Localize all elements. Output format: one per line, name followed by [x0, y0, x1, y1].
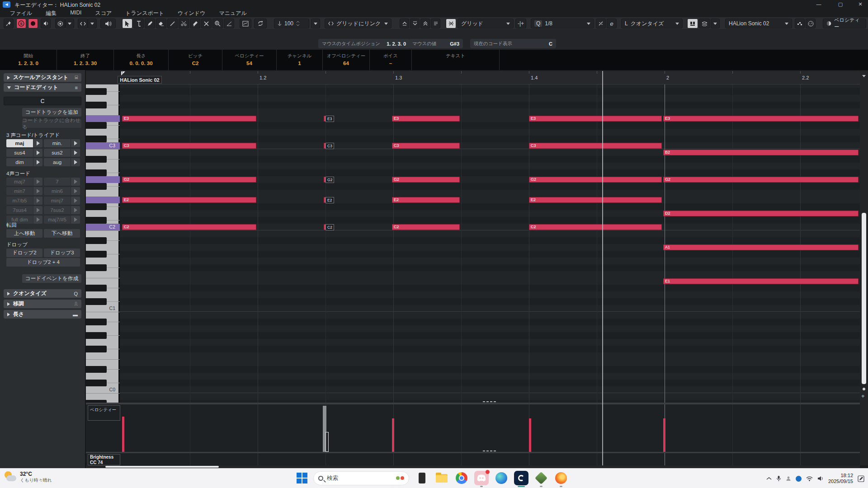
- midi-note-G2[interactable]: G2: [392, 177, 460, 183]
- chord-type-aug-variant-arrow[interactable]: [71, 158, 80, 166]
- taskbar-app-edge[interactable]: [494, 471, 509, 485]
- black-key[interactable]: [86, 169, 107, 176]
- tool-select[interactable]: [122, 19, 132, 28]
- iterative-quantize-button[interactable]: [596, 19, 606, 28]
- black-key[interactable]: [86, 285, 107, 291]
- menu-item-ファイル[interactable]: ファイル: [5, 9, 38, 17]
- length-quantize-value[interactable]: クオンタイズ: [631, 20, 664, 28]
- midi-note-B2[interactable]: B2: [663, 150, 859, 155]
- black-key[interactable]: [86, 251, 107, 258]
- record-in-editor-button[interactable]: [28, 19, 38, 28]
- vertical-scrollbar-thumb[interactable]: [862, 213, 866, 384]
- taskbar-app-cubase[interactable]: [514, 471, 528, 485]
- chord-highlight-key[interactable]: [86, 115, 120, 122]
- menu-item-編集[interactable]: 編集: [40, 9, 62, 17]
- chord-type-7[interactable]: 7: [44, 178, 71, 186]
- event-colors-value[interactable]: ベロシティー: [834, 17, 863, 30]
- taskbar-app-green[interactable]: [534, 471, 548, 485]
- minimize-button[interactable]: —: [812, 0, 826, 8]
- quantize-panel-button[interactable]: e: [607, 19, 617, 28]
- short-note-label-E2[interactable]: E2: [326, 197, 334, 203]
- midi-note-G2[interactable]: G2: [663, 177, 859, 183]
- user-icon[interactable]: [786, 476, 791, 481]
- tool-mute[interactable]: [201, 19, 212, 28]
- weather-widget[interactable]: 32°C くもり時々晴れ: [4, 470, 52, 484]
- part-editing-mode-button[interactable]: [806, 19, 816, 28]
- black-key[interactable]: [86, 203, 107, 210]
- black-key[interactable]: [86, 332, 107, 339]
- chord-type-full dim-variant-arrow[interactable]: [33, 216, 42, 224]
- transpose-section-header[interactable]: 移調 ⎍: [4, 300, 81, 308]
- taskbar-app-explorer[interactable]: [434, 471, 449, 485]
- speaker-icon[interactable]: [817, 476, 824, 481]
- match-chord-track-button[interactable]: コードトラックに合わせる: [22, 119, 81, 128]
- black-key[interactable]: [86, 346, 107, 352]
- menu-item-マニュアル[interactable]: マニュアル: [213, 9, 252, 17]
- chord-type-min.-variant-arrow[interactable]: [71, 139, 80, 147]
- insert-velocity-dropdown[interactable]: [311, 19, 320, 28]
- microphone-icon[interactable]: [776, 475, 781, 482]
- chord-type-min7[interactable]: min7: [6, 187, 33, 195]
- chord-edit-header[interactable]: コードエディット ≡: [4, 83, 81, 92]
- velocity-bar[interactable]: [663, 418, 665, 452]
- insert-velocity-group[interactable]: 100: [274, 19, 309, 28]
- black-key[interactable]: [86, 183, 107, 190]
- info-field-終了[interactable]: 終了1. 2. 3. 30: [57, 50, 114, 70]
- search-box[interactable]: 検索: [313, 471, 409, 485]
- zoom-handle-dot[interactable]: [863, 388, 865, 390]
- snap-toggle-button[interactable]: [446, 19, 456, 28]
- taskbar-app-phone-link[interactable]: [415, 471, 429, 485]
- chord-type-sus2[interactable]: sus2: [44, 149, 71, 157]
- teams-icon[interactable]: [796, 476, 802, 482]
- pitch-visibility-button[interactable]: [55, 19, 65, 28]
- black-key[interactable]: [86, 237, 107, 244]
- chord-type-min6[interactable]: min6: [44, 187, 71, 195]
- chord-type-sus2-variant-arrow[interactable]: [71, 149, 80, 157]
- solo-button[interactable]: S: [16, 19, 26, 28]
- chord-type-m7/b5-variant-arrow[interactable]: [33, 197, 42, 205]
- velocity-bar[interactable]: [392, 418, 394, 452]
- chord-type-minj7[interactable]: minj7: [44, 197, 71, 205]
- midi-note-D2[interactable]: D2: [663, 211, 859, 216]
- tool-draw[interactable]: [145, 19, 155, 28]
- info-field-開始[interactable]: 開始1. 2. 3. 0: [0, 50, 57, 70]
- black-key[interactable]: [86, 400, 107, 403]
- chord-type-min7-variant-arrow[interactable]: [33, 187, 42, 195]
- midi-note-E3[interactable]: E3: [529, 116, 662, 122]
- black-key[interactable]: [86, 136, 107, 142]
- notification-pen-icon[interactable]: [858, 475, 864, 482]
- midi-note-C3[interactable]: C3: [529, 143, 662, 149]
- midi-input-button[interactable]: [699, 19, 710, 28]
- tool-slash[interactable]: [167, 19, 178, 28]
- chord-type-maj-variant-arrow[interactable]: [33, 139, 42, 147]
- taskbar-clock[interactable]: 18:12 2025/09/15: [828, 473, 853, 484]
- midi-note-E2[interactable]: E2: [122, 197, 256, 203]
- pitch-visibility-dropdown[interactable]: [65, 19, 74, 28]
- velocity-lane[interactable]: ベロシティー: [86, 404, 860, 452]
- chord-type-dim[interactable]: dim: [6, 158, 33, 166]
- midi-note-E3[interactable]: E3: [663, 116, 859, 122]
- taskbar-app-firefox[interactable]: [554, 471, 568, 485]
- chord-type-aug[interactable]: aug: [44, 158, 71, 166]
- velocity-lane-label[interactable]: ベロシティー: [88, 405, 120, 421]
- midi-note-E3[interactable]: E3: [392, 116, 460, 122]
- info-field-チャンネル[interactable]: チャンネル1: [277, 50, 323, 70]
- black-key[interactable]: [86, 380, 107, 386]
- info-field-長さ[interactable]: 長さ0. 0. 0. 30: [114, 50, 169, 70]
- chord-type-minj7-variant-arrow[interactable]: [71, 197, 80, 205]
- drop2-4-button[interactable]: ドロップ2 + 4: [6, 258, 80, 267]
- info-field-テキスト[interactable]: テキスト: [412, 50, 500, 70]
- inversion-down-button[interactable]: 下へ移動: [44, 229, 80, 238]
- part-selector-group[interactable]: HALion Sonic 02: [725, 19, 792, 28]
- snap-type-group[interactable]: グリッド: [458, 19, 514, 28]
- black-key[interactable]: [86, 217, 107, 224]
- chord-type-sus4-variant-arrow[interactable]: [33, 149, 42, 157]
- short-note-label-G2[interactable]: G2: [326, 177, 334, 183]
- midi-note-C3[interactable]: C3: [122, 143, 256, 149]
- piano-keyboard[interactable]: C3C2C1C0: [86, 84, 120, 403]
- spinner-icon[interactable]: [296, 21, 300, 26]
- tool-trim[interactable]: [133, 19, 144, 28]
- tool-line[interactable]: [224, 19, 234, 28]
- black-key[interactable]: [86, 298, 107, 305]
- drop2-button[interactable]: ドロップ2: [6, 249, 42, 257]
